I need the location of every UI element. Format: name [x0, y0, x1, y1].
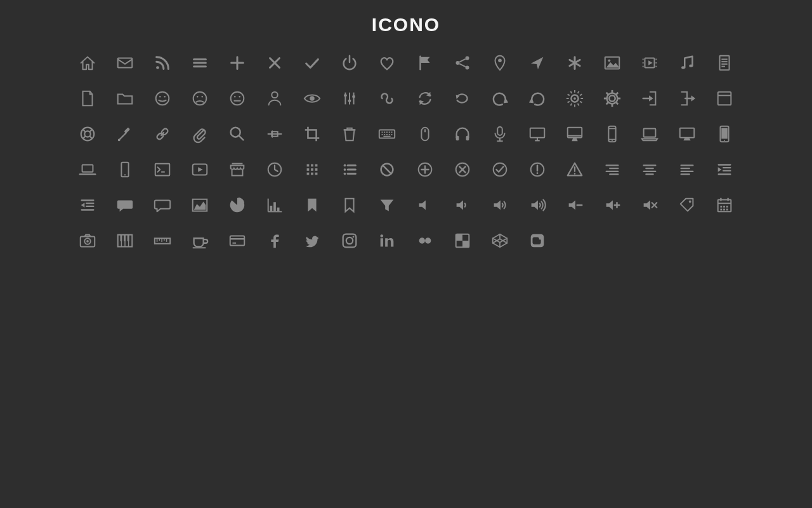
document-icon[interactable]: [706, 52, 743, 74]
codepen-icon[interactable]: [481, 230, 518, 251]
mouse-icon[interactable]: [406, 123, 443, 145]
exclamation-circle-icon[interactable]: [518, 159, 556, 180]
frown-icon[interactable]: [181, 88, 218, 109]
camera-icon[interactable]: [69, 230, 106, 251]
home-icon[interactable]: [69, 52, 106, 74]
location-pin-icon[interactable]: [481, 52, 518, 74]
check-circle-icon[interactable]: [481, 159, 518, 180]
undo-icon[interactable]: [481, 88, 518, 109]
paperclip-icon[interactable]: [181, 123, 218, 145]
blogger-icon[interactable]: [518, 230, 556, 251]
meh-icon[interactable]: [218, 88, 256, 109]
file-icon[interactable]: [69, 88, 106, 109]
iphone-icon[interactable]: [594, 123, 631, 145]
power-icon[interactable]: [331, 52, 369, 74]
plus-circle-icon[interactable]: [406, 159, 443, 180]
caution-icon[interactable]: [556, 159, 593, 180]
image-icon[interactable]: [594, 52, 631, 74]
volume-off-icon[interactable]: [406, 194, 443, 216]
dropper-icon[interactable]: [106, 123, 143, 145]
ruler-icon[interactable]: [143, 230, 181, 251]
cup-icon[interactable]: [181, 230, 218, 251]
eye-icon[interactable]: [294, 88, 331, 109]
bookmark-empty-icon[interactable]: [331, 194, 369, 216]
instagram-icon[interactable]: [331, 230, 369, 251]
cross-icon[interactable]: [256, 52, 294, 74]
laptop-icon[interactable]: [69, 159, 106, 180]
market-icon[interactable]: [218, 159, 256, 180]
filter-icon[interactable]: [369, 194, 406, 216]
sun-icon[interactable]: [556, 88, 593, 109]
calendar-icon[interactable]: [706, 194, 743, 216]
sign-out-icon[interactable]: [669, 88, 706, 109]
location-arrow-icon[interactable]: [518, 52, 556, 74]
share-icon[interactable]: [443, 52, 481, 74]
asterisk-icon[interactable]: [556, 52, 593, 74]
sliders-icon[interactable]: [331, 88, 369, 109]
outdent-icon[interactable]: [69, 194, 106, 216]
chat-filled-icon[interactable]: [106, 194, 143, 216]
indent-icon[interactable]: [706, 159, 743, 180]
tiles-icon[interactable]: [294, 159, 331, 180]
forbidden-icon[interactable]: [369, 159, 406, 180]
mail-icon[interactable]: [106, 52, 143, 74]
hamburger-icon[interactable]: [181, 52, 218, 74]
align-right-icon[interactable]: [594, 159, 631, 180]
piano-icon[interactable]: [106, 230, 143, 251]
plus-icon[interactable]: [218, 52, 256, 74]
flickr-icon[interactable]: [406, 230, 443, 251]
crop-icon[interactable]: [294, 123, 331, 145]
phone-outline-icon[interactable]: [106, 159, 143, 180]
facebook-icon[interactable]: [256, 230, 294, 251]
heart-icon[interactable]: [369, 52, 406, 74]
macbook-icon[interactable]: [631, 123, 669, 145]
youtube-icon[interactable]: [181, 159, 218, 180]
infinity-icon[interactable]: [369, 88, 406, 109]
headphones-icon[interactable]: [443, 123, 481, 145]
twitter-icon[interactable]: [294, 230, 331, 251]
align-left-icon[interactable]: [669, 159, 706, 180]
redo-icon[interactable]: [518, 88, 556, 109]
folder-icon[interactable]: [106, 88, 143, 109]
rss-icon[interactable]: [143, 52, 181, 74]
creditcard-icon[interactable]: [218, 230, 256, 251]
trash-icon[interactable]: [331, 123, 369, 145]
volume-high-icon[interactable]: [518, 194, 556, 216]
flag-icon[interactable]: [406, 52, 443, 74]
text-align-icon[interactable]: [256, 123, 294, 145]
user-icon[interactable]: [256, 88, 294, 109]
align-center-icon[interactable]: [631, 159, 669, 180]
terminal-icon[interactable]: [143, 159, 181, 180]
sign-in-icon[interactable]: [631, 88, 669, 109]
chat-outline-icon[interactable]: [143, 194, 181, 216]
video-icon[interactable]: [631, 52, 669, 74]
volume-mute-icon[interactable]: [631, 194, 669, 216]
tag-icon[interactable]: [669, 194, 706, 216]
volume-decrease-icon[interactable]: [556, 194, 593, 216]
microphone-icon[interactable]: [481, 123, 518, 145]
list-icon[interactable]: [331, 159, 369, 180]
volume-low-icon[interactable]: [443, 194, 481, 216]
bar-chart-icon[interactable]: [256, 194, 294, 216]
display-alt-icon[interactable]: [669, 123, 706, 145]
music-icon[interactable]: [669, 52, 706, 74]
search-icon[interactable]: [218, 123, 256, 145]
browser-icon[interactable]: [706, 88, 743, 109]
loop-icon[interactable]: [443, 88, 481, 109]
pie-chart-icon[interactable]: [218, 194, 256, 216]
volume-medium-icon[interactable]: [481, 194, 518, 216]
sync-icon[interactable]: [406, 88, 443, 109]
gear-icon[interactable]: [594, 88, 631, 109]
linkedin-icon[interactable]: [369, 230, 406, 251]
phone-device-icon[interactable]: [706, 123, 743, 145]
imac-icon[interactable]: [556, 123, 593, 145]
delicious-icon[interactable]: [443, 230, 481, 251]
volume-increase-icon[interactable]: [594, 194, 631, 216]
area-chart-icon[interactable]: [181, 194, 218, 216]
life-ring-icon[interactable]: [69, 123, 106, 145]
cross-circle-icon[interactable]: [443, 159, 481, 180]
display-icon[interactable]: [518, 123, 556, 145]
clock-icon[interactable]: [256, 159, 294, 180]
check-icon[interactable]: [294, 52, 331, 74]
smile-icon[interactable]: [143, 88, 181, 109]
